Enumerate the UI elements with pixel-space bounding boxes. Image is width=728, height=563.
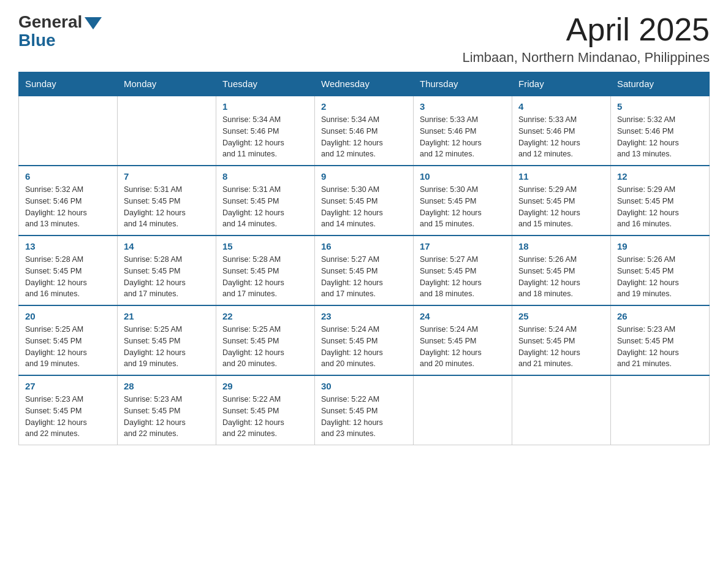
calendar-cell: 17Sunrise: 5:27 AM Sunset: 5:45 PM Dayli…: [414, 236, 512, 305]
calendar-cell: 10Sunrise: 5:30 AM Sunset: 5:45 PM Dayli…: [414, 166, 512, 236]
day-header-saturday: Saturday: [611, 72, 710, 96]
day-info: Sunrise: 5:24 AM Sunset: 5:45 PM Dayligh…: [420, 324, 506, 370]
day-info: Sunrise: 5:33 AM Sunset: 5:46 PM Dayligh…: [518, 114, 604, 160]
calendar-cell: [611, 375, 710, 445]
calendar-cell: 25Sunrise: 5:24 AM Sunset: 5:45 PM Dayli…: [512, 305, 611, 375]
calendar-cell: 5Sunrise: 5:32 AM Sunset: 5:46 PM Daylig…: [611, 96, 710, 166]
calendar-cell: 29Sunrise: 5:22 AM Sunset: 5:45 PM Dayli…: [216, 375, 315, 445]
day-number: 25: [518, 311, 604, 321]
day-info: Sunrise: 5:33 AM Sunset: 5:46 PM Dayligh…: [420, 114, 506, 160]
calendar-cell: 20Sunrise: 5:25 AM Sunset: 5:45 PM Dayli…: [19, 305, 118, 375]
day-info: Sunrise: 5:24 AM Sunset: 5:45 PM Dayligh…: [321, 324, 407, 370]
day-info: Sunrise: 5:32 AM Sunset: 5:46 PM Dayligh…: [25, 184, 111, 230]
day-number: 12: [617, 171, 703, 182]
day-info: Sunrise: 5:34 AM Sunset: 5:46 PM Dayligh…: [321, 114, 407, 160]
day-info: Sunrise: 5:31 AM Sunset: 5:45 PM Dayligh…: [124, 184, 210, 230]
day-info: Sunrise: 5:27 AM Sunset: 5:45 PM Dayligh…: [321, 254, 407, 300]
calendar-cell: 18Sunrise: 5:26 AM Sunset: 5:45 PM Dayli…: [512, 236, 611, 305]
calendar-cell: 14Sunrise: 5:28 AM Sunset: 5:45 PM Dayli…: [118, 236, 216, 305]
day-number: 6: [25, 171, 111, 182]
day-number: 30: [321, 381, 407, 391]
calendar-cell: 30Sunrise: 5:22 AM Sunset: 5:45 PM Dayli…: [315, 375, 414, 445]
day-number: 21: [124, 311, 210, 321]
week-row-3: 13Sunrise: 5:28 AM Sunset: 5:45 PM Dayli…: [19, 236, 710, 305]
calendar-cell: 7Sunrise: 5:31 AM Sunset: 5:45 PM Daylig…: [118, 166, 216, 236]
day-number: 18: [518, 241, 604, 251]
day-number: 5: [617, 101, 703, 112]
calendar-cell: 12Sunrise: 5:29 AM Sunset: 5:45 PM Dayli…: [611, 166, 710, 236]
day-header-monday: Monday: [118, 72, 216, 96]
days-header-row: SundayMondayTuesdayWednesdayThursdayFrid…: [19, 72, 710, 96]
day-info: Sunrise: 5:27 AM Sunset: 5:45 PM Dayligh…: [420, 254, 506, 300]
day-number: 20: [25, 311, 111, 321]
day-number: 2: [321, 101, 407, 112]
calendar-cell: 4Sunrise: 5:33 AM Sunset: 5:46 PM Daylig…: [512, 96, 611, 166]
day-info: Sunrise: 5:25 AM Sunset: 5:45 PM Dayligh…: [25, 324, 111, 370]
calendar-cell: 13Sunrise: 5:28 AM Sunset: 5:45 PM Dayli…: [19, 236, 118, 305]
day-info: Sunrise: 5:26 AM Sunset: 5:45 PM Dayligh…: [518, 254, 604, 300]
calendar-cell: [414, 375, 512, 445]
page-header: General Blue April 2025 Limbaan, Norther…: [18, 12, 710, 66]
day-header-thursday: Thursday: [414, 72, 512, 96]
day-info: Sunrise: 5:22 AM Sunset: 5:45 PM Dayligh…: [321, 394, 407, 440]
logo-blue-text: Blue: [18, 31, 56, 50]
day-info: Sunrise: 5:28 AM Sunset: 5:45 PM Dayligh…: [25, 254, 111, 300]
calendar-cell: 27Sunrise: 5:23 AM Sunset: 5:45 PM Dayli…: [19, 375, 118, 445]
calendar-cell: 28Sunrise: 5:23 AM Sunset: 5:45 PM Dayli…: [118, 375, 216, 445]
day-info: Sunrise: 5:23 AM Sunset: 5:45 PM Dayligh…: [25, 394, 111, 440]
day-number: 17: [420, 241, 506, 251]
day-number: 24: [420, 311, 506, 321]
day-number: 15: [222, 241, 308, 251]
calendar-cell: 3Sunrise: 5:33 AM Sunset: 5:46 PM Daylig…: [414, 96, 512, 166]
day-info: Sunrise: 5:29 AM Sunset: 5:45 PM Dayligh…: [518, 184, 604, 230]
day-info: Sunrise: 5:25 AM Sunset: 5:45 PM Dayligh…: [222, 324, 308, 370]
day-header-friday: Friday: [512, 72, 611, 96]
day-info: Sunrise: 5:30 AM Sunset: 5:45 PM Dayligh…: [420, 184, 506, 230]
calendar-cell: 2Sunrise: 5:34 AM Sunset: 5:46 PM Daylig…: [315, 96, 414, 166]
day-number: 4: [518, 101, 604, 112]
calendar-cell: 23Sunrise: 5:24 AM Sunset: 5:45 PM Dayli…: [315, 305, 414, 375]
calendar-cell: 24Sunrise: 5:24 AM Sunset: 5:45 PM Dayli…: [414, 305, 512, 375]
calendar-cell: [512, 375, 611, 445]
day-number: 1: [222, 101, 308, 112]
day-number: 13: [25, 241, 111, 251]
calendar-cell: 8Sunrise: 5:31 AM Sunset: 5:45 PM Daylig…: [216, 166, 315, 236]
week-row-1: 1Sunrise: 5:34 AM Sunset: 5:46 PM Daylig…: [19, 96, 710, 166]
month-title: April 2025: [462, 12, 710, 47]
day-info: Sunrise: 5:24 AM Sunset: 5:45 PM Dayligh…: [518, 324, 604, 370]
day-number: 27: [25, 381, 111, 391]
calendar-cell: 19Sunrise: 5:26 AM Sunset: 5:45 PM Dayli…: [611, 236, 710, 305]
day-number: 29: [222, 381, 308, 391]
calendar-cell: 15Sunrise: 5:28 AM Sunset: 5:45 PM Dayli…: [216, 236, 315, 305]
day-info: Sunrise: 5:28 AM Sunset: 5:45 PM Dayligh…: [222, 254, 308, 300]
logo-general-text: General: [18, 12, 82, 32]
day-info: Sunrise: 5:29 AM Sunset: 5:45 PM Dayligh…: [617, 184, 703, 230]
calendar-cell: 6Sunrise: 5:32 AM Sunset: 5:46 PM Daylig…: [19, 166, 118, 236]
week-row-5: 27Sunrise: 5:23 AM Sunset: 5:45 PM Dayli…: [19, 375, 710, 445]
logo-arrow-icon: [85, 17, 102, 29]
calendar-cell: 22Sunrise: 5:25 AM Sunset: 5:45 PM Dayli…: [216, 305, 315, 375]
day-info: Sunrise: 5:28 AM Sunset: 5:45 PM Dayligh…: [124, 254, 210, 300]
day-number: 11: [518, 171, 604, 182]
day-info: Sunrise: 5:26 AM Sunset: 5:45 PM Dayligh…: [617, 254, 703, 300]
day-info: Sunrise: 5:23 AM Sunset: 5:45 PM Dayligh…: [617, 324, 703, 370]
day-info: Sunrise: 5:22 AM Sunset: 5:45 PM Dayligh…: [222, 394, 308, 440]
calendar-cell: 21Sunrise: 5:25 AM Sunset: 5:45 PM Dayli…: [118, 305, 216, 375]
calendar-cell: [19, 96, 118, 166]
day-number: 10: [420, 171, 506, 182]
day-info: Sunrise: 5:31 AM Sunset: 5:45 PM Dayligh…: [222, 184, 308, 230]
day-number: 19: [617, 241, 703, 251]
calendar-cell: 26Sunrise: 5:23 AM Sunset: 5:45 PM Dayli…: [611, 305, 710, 375]
day-info: Sunrise: 5:25 AM Sunset: 5:45 PM Dayligh…: [124, 324, 210, 370]
day-header-wednesday: Wednesday: [315, 72, 414, 96]
day-info: Sunrise: 5:30 AM Sunset: 5:45 PM Dayligh…: [321, 184, 407, 230]
week-row-4: 20Sunrise: 5:25 AM Sunset: 5:45 PM Dayli…: [19, 305, 710, 375]
calendar-cell: [118, 96, 216, 166]
day-number: 16: [321, 241, 407, 251]
day-number: 8: [222, 171, 308, 182]
day-number: 26: [617, 311, 703, 321]
day-number: 7: [124, 171, 210, 182]
calendar-cell: 1Sunrise: 5:34 AM Sunset: 5:46 PM Daylig…: [216, 96, 315, 166]
day-header-sunday: Sunday: [19, 72, 118, 96]
calendar-table: SundayMondayTuesdayWednesdayThursdayFrid…: [18, 72, 710, 445]
